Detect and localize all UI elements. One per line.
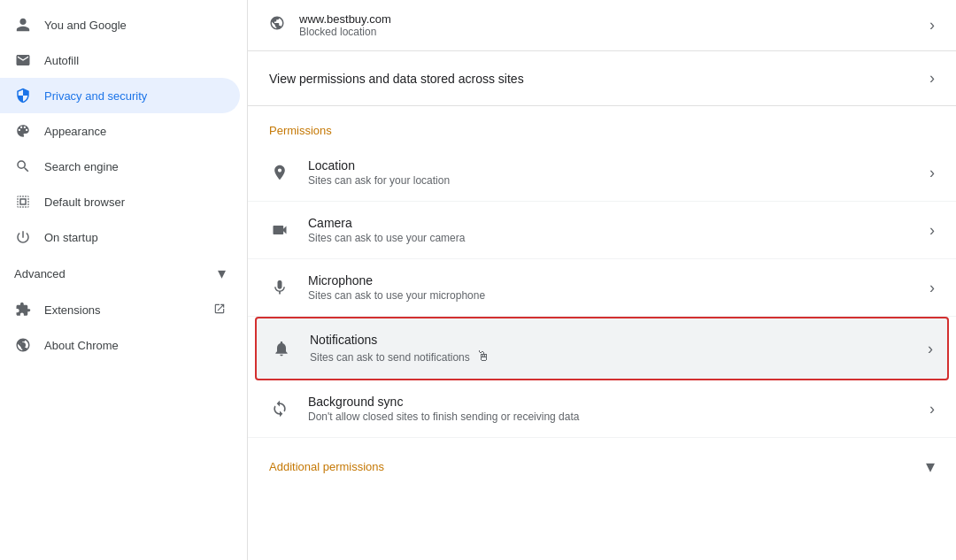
permission-title-location: Location [308, 158, 912, 173]
view-permissions-label: View permissions and data stored across … [269, 72, 915, 86]
permission-subtitle-location: Sites can ask for your location [308, 174, 912, 187]
notifications-chevron-icon: › [928, 340, 933, 358]
chevron-down-icon: ▾ [218, 264, 226, 283]
permissions-section-title: Permissions [248, 106, 956, 144]
sidebar-item-extensions[interactable]: Extensions [0, 292, 240, 327]
permission-text-location: Location Sites can ask for your location [308, 158, 912, 187]
permission-item-location[interactable]: Location Sites can ask for your location… [248, 144, 956, 202]
palette-icon [14, 122, 32, 140]
sidebar-label-about-chrome: About Chrome [44, 339, 226, 352]
sidebar-label-default-browser: Default browser [44, 196, 226, 209]
permission-item-camera[interactable]: Camera Sites can ask to use your camera … [248, 202, 956, 259]
sidebar-label-appearance: Appearance [44, 125, 226, 138]
permission-subtitle-notifications: Sites can ask to send notifications 🖱 [310, 349, 910, 364]
sidebar-item-default-browser[interactable]: Default browser [0, 184, 240, 219]
sidebar-label-privacy-security: Privacy and security [44, 89, 226, 103]
sidebar-item-on-startup[interactable]: On startup [0, 219, 240, 255]
person-icon [14, 16, 32, 34]
sidebar-label-autofill: Autofill [44, 54, 226, 67]
sidebar-item-you-and-google[interactable]: You and Google [0, 7, 240, 42]
permission-subtitle-background-sync: Don't allow closed sites to finish sendi… [308, 410, 912, 423]
site-status: Blocked location [299, 26, 915, 38]
expand-icon: ▾ [926, 456, 935, 477]
main-content: www.bestbuy.com Blocked location › View … [248, 0, 956, 560]
sync-icon [269, 400, 290, 418]
microphone-chevron-icon: › [929, 279, 935, 297]
default-browser-icon [14, 193, 32, 211]
sidebar-advanced-label: Advanced [14, 267, 205, 280]
location-icon [269, 164, 290, 181]
permission-text-notifications: Notifications Sites can ask to send noti… [310, 333, 910, 364]
site-row-info: www.bestbuy.com Blocked location [299, 12, 915, 38]
cursor-icon: 🖱 [476, 349, 490, 364]
microphone-icon [269, 279, 290, 296]
sidebar-item-search-engine[interactable]: Search engine [0, 149, 240, 184]
sidebar: You and Google Autofill Privacy and secu… [0, 0, 248, 560]
shield-icon [14, 87, 32, 104]
permission-title-background-sync: Background sync [308, 395, 912, 409]
sidebar-label-you-and-google: You and Google [44, 19, 226, 32]
power-icon [14, 228, 32, 246]
camera-chevron-icon: › [929, 221, 935, 240]
camera-icon [269, 221, 290, 239]
chrome-icon [14, 336, 32, 354]
additional-permissions-row[interactable]: Additional permissions ▾ [248, 438, 956, 484]
permission-item-notifications[interactable]: Notifications Sites can ask to send noti… [255, 317, 949, 380]
autofill-icon [14, 51, 32, 69]
permission-title-notifications: Notifications [310, 333, 910, 347]
view-permissions-row[interactable]: View permissions and data stored across … [248, 51, 956, 106]
permission-title-camera: Camera [308, 216, 912, 230]
site-url: www.bestbuy.com [299, 12, 915, 26]
sidebar-label-on-startup: On startup [44, 231, 226, 244]
location-chevron-icon: › [929, 164, 935, 182]
permission-title-microphone: Microphone [308, 273, 912, 288]
globe-icon [269, 15, 285, 35]
site-row-chevron-icon: › [929, 16, 935, 35]
sidebar-section-advanced[interactable]: Advanced ▾ [0, 255, 240, 292]
sidebar-item-appearance[interactable]: Appearance [0, 113, 240, 149]
permission-item-background-sync[interactable]: Background sync Don't allow closed sites… [248, 380, 956, 438]
sidebar-item-about-chrome[interactable]: About Chrome [0, 327, 240, 363]
permission-text-camera: Camera Sites can ask to use your camera [308, 216, 912, 244]
permission-text-microphone: Microphone Sites can ask to use your mic… [308, 273, 912, 302]
permission-text-background-sync: Background sync Don't allow closed sites… [308, 395, 912, 423]
background-sync-chevron-icon: › [929, 400, 935, 418]
permission-subtitle-camera: Sites can ask to use your camera [308, 232, 912, 244]
permission-subtitle-microphone: Sites can ask to use your microphone [308, 289, 912, 302]
sidebar-label-search-engine: Search engine [44, 160, 226, 173]
sidebar-item-autofill[interactable]: Autofill [0, 42, 240, 78]
sidebar-item-privacy-security[interactable]: Privacy and security [0, 78, 240, 113]
extensions-icon [14, 301, 32, 318]
search-icon [14, 157, 32, 175]
permission-item-microphone[interactable]: Microphone Sites can ask to use your mic… [248, 259, 956, 317]
view-permissions-chevron-icon: › [929, 69, 935, 88]
sidebar-extensions-label: Extensions [44, 303, 201, 317]
site-row[interactable]: www.bestbuy.com Blocked location › [248, 0, 956, 51]
bell-icon [271, 340, 292, 357]
additional-permissions-label: Additional permissions [269, 460, 926, 473]
external-link-icon [213, 303, 226, 318]
